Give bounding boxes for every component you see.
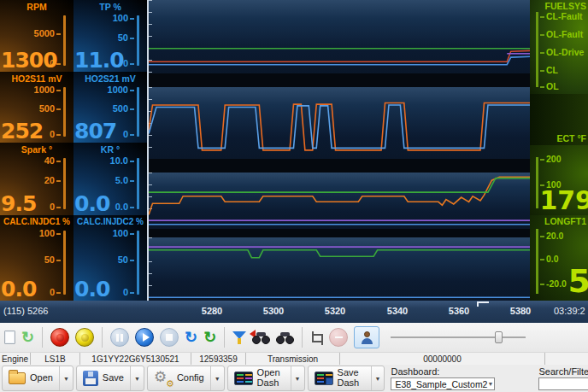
dashboard-icon <box>234 372 253 385</box>
gauge-longft1[interactable]: LONGFT1 20.0 0.0 -20.0 5 <box>530 215 588 301</box>
gauge-value: 11.0 <box>74 50 124 71</box>
bottom-button-bar: Open ▼ Save ▼ ⚙⚙ Config ▼ Open Dash ▼ Sa… <box>0 365 588 392</box>
status-transmission: Transmission <box>246 353 340 365</box>
dashboard-select[interactable]: E38_Sample_Custom2 ▼ <box>391 377 495 390</box>
gauge-kr[interactable]: KR ° 10.0 5.0 0.0 0.0 <box>74 143 147 215</box>
gauge-tick: 5.0 <box>115 175 134 185</box>
gauge-tick: 5000 <box>34 28 61 38</box>
caret-down-icon[interactable]: ▼ <box>371 366 385 390</box>
gauge-tp[interactable]: TP % 100 50 0 11.0 <box>74 0 147 72</box>
chart-fuel-trim[interactable] <box>149 237 530 301</box>
gauge-label: CALC.INJDC1 % <box>0 215 74 226</box>
gauge-rpm[interactable]: RPM 5000 0 1300 <box>0 0 74 72</box>
crop-icon[interactable] <box>310 331 323 344</box>
gauge-spark[interactable]: Spark ° 40 20 0 9.5 <box>0 143 74 215</box>
status-engine: Engine <box>0 353 31 365</box>
status-serial: 12593359 <box>191 353 246 365</box>
chart-o2-sensors[interactable] <box>149 87 530 159</box>
dashboard-picker: Dashboard: E38_Sample_Custom2 ▼ <box>387 366 498 391</box>
caret-down-icon[interactable]: ▼ <box>130 366 144 390</box>
reload-log-icon[interactable]: ↻ <box>21 330 34 345</box>
auto-poll-icon[interactable]: ↻ <box>203 330 216 345</box>
frame-status: (115) 5266 <box>3 306 48 316</box>
gauge-tick: 40 <box>44 155 61 166</box>
axis-tick-label: 5340 <box>387 306 408 316</box>
gauge-tick: 500 <box>39 103 61 114</box>
folder-icon <box>9 372 26 384</box>
timeline-slider[interactable] <box>391 329 526 346</box>
save-label: Save <box>103 373 124 383</box>
gauge-value: 807 <box>74 120 116 142</box>
gauge-scale-bar <box>137 158 139 209</box>
gauge-injdc2[interactable]: CALC.INJDC2 % 100 50 0 0.0 <box>74 215 147 301</box>
search-pid-input[interactable] <box>538 377 588 390</box>
gauge-ho2s11[interactable]: HO2S11 mV 1000 500 0 252 <box>0 72 74 143</box>
gauge-label: FUELSYS <box>545 1 586 11</box>
gauge-tick: -20.0 <box>540 278 567 289</box>
config-button[interactable]: ⚙⚙ Config ▼ <box>147 366 225 391</box>
gauge-tick: OL-Drive <box>540 47 584 57</box>
gauge-label: ECT °F <box>556 133 586 143</box>
gauge-label: HO2S21 mV <box>74 72 147 84</box>
search-icon[interactable] <box>276 331 294 344</box>
record-button[interactable] <box>50 328 69 347</box>
caret-down-icon[interactable]: ▼ <box>59 366 73 390</box>
caret-down-icon[interactable]: ▼ <box>210 366 224 390</box>
gauge-value: 179 <box>539 188 588 214</box>
axis-tick-label: 5320 <box>325 306 345 316</box>
pause-button[interactable] <box>110 328 129 347</box>
caret-down-icon[interactable]: ▼ <box>291 366 304 390</box>
left-gauge-column: RPM 5000 0 1300 TP % 100 50 0 11.0 HO2S1… <box>0 0 147 301</box>
gauge-fuelsys[interactable]: FUELSYS CL-Fault OL-Fault OL-Drive CL OL <box>530 0 588 94</box>
status-filler <box>545 353 588 365</box>
search-prev-icon[interactable] <box>252 331 270 344</box>
pid-search: Search/Filter PID: <box>535 366 588 391</box>
gauge-tick: 100 <box>39 228 61 238</box>
gauge-label: Spark ° <box>0 143 74 155</box>
play-button[interactable] <box>135 328 154 347</box>
gauge-value: 9.5 <box>1 193 36 214</box>
save-dash-button[interactable]: Save Dash ▼ <box>308 366 385 391</box>
gauge-scale-bar <box>63 158 66 209</box>
toolbar-separator <box>224 327 225 348</box>
gauge-tick: 0 <box>123 287 134 297</box>
filter-icon[interactable] <box>232 331 246 344</box>
user-button[interactable] <box>354 326 379 348</box>
sync-icon[interactable]: ↻ <box>185 330 197 345</box>
record-alt-button[interactable] <box>75 328 94 347</box>
chart-fueltrim-plot <box>149 237 530 301</box>
open-button[interactable]: Open ▼ <box>2 366 74 391</box>
slider-handle[interactable] <box>495 331 503 343</box>
gauge-tick: 50 <box>118 32 134 43</box>
gauge-scale-bar <box>536 229 538 294</box>
chart-spark-plot <box>149 173 530 229</box>
person-icon <box>364 331 370 337</box>
status-trans-os: 00000000 <box>340 353 545 365</box>
gauge-ect[interactable]: 200 100 179 <box>530 145 588 215</box>
open-dash-button[interactable]: Open Dash ▼ <box>227 366 305 391</box>
gauge-injdc1[interactable]: CALC.INJDC1 % 100 50 0 0.0 <box>0 215 74 301</box>
new-log-icon[interactable] <box>4 331 15 344</box>
dashboard-value: E38_Sample_Custom2 <box>395 379 487 389</box>
gauge-tick: 0 <box>123 58 134 68</box>
chart-fuelsys[interactable] <box>149 0 530 73</box>
dashboard-area: RPM 5000 0 1300 TP % 100 50 0 11.0 HO2S1… <box>0 0 588 301</box>
gauge-value: 0.0 <box>1 278 36 300</box>
stop-button[interactable] <box>160 328 179 347</box>
gauge-label: TP % <box>74 0 147 12</box>
save-dash-label: Save Dash <box>338 368 365 388</box>
gauge-value: 0.0 <box>74 278 109 300</box>
gauge-ho2s21[interactable]: HO2S21 mV 1000 500 0 807 <box>74 72 147 143</box>
search-pid-label: Search/Filter PID: <box>538 366 588 377</box>
remove-icon[interactable] <box>329 328 348 347</box>
dashboard-label: Dashboard: <box>391 366 495 377</box>
gauge-tick: 10.0 <box>110 155 134 166</box>
toolbar-separator <box>42 327 43 348</box>
right-gauge-column: FUELSYS CL-Fault OL-Fault OL-Drive CL OL… <box>530 0 588 301</box>
gauge-tick: 0 <box>123 129 134 139</box>
chart-spark-ect[interactable] <box>149 173 530 229</box>
time-axis[interactable]: (115) 5266 5280 5300 5320 5340 5360 5380… <box>0 301 588 323</box>
axis-tick-label: 5360 <box>449 306 469 316</box>
gauge-scale-bar <box>137 231 139 295</box>
save-button[interactable]: Save ▼ <box>76 366 144 391</box>
